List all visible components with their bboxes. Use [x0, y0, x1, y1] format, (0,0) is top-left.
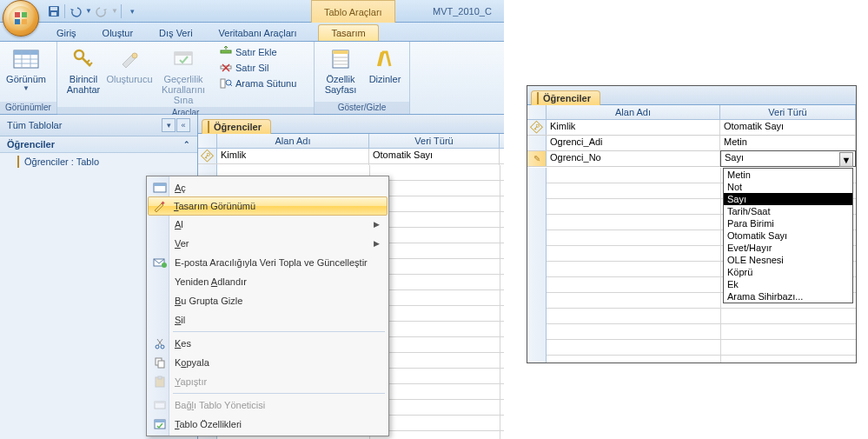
svg-rect-48 [155, 420, 165, 422]
tab-home[interactable]: Giriş [43, 24, 89, 41]
menu-table-properties[interactable]: Tablo Özellikleri [149, 415, 387, 434]
svg-rect-8 [14, 50, 38, 55]
insert-rows-label: Satır Ekle [235, 47, 277, 57]
qat-redo-dropdown-icon[interactable]: ▼ [110, 3, 119, 20]
menu-import[interactable]: Al ▶ [149, 215, 387, 234]
dropdown-option-number[interactable]: Sayı [724, 193, 852, 205]
primary-key-button[interactable]: Birincil Anahtar [61, 43, 106, 96]
nav-dropdown-icon[interactable]: ▾ [162, 118, 176, 132]
group-showhide-label: Göster/Gizle [315, 102, 409, 114]
test-validation-button[interactable]: Geçerlilik Kurallarını Sına [153, 43, 214, 107]
dropdown-option-currency[interactable]: Para Birimi [724, 217, 852, 229]
qat-undo-icon[interactable] [67, 3, 84, 20]
data-type-dropdown[interactable]: Metin Not Sayı Tarih/Saat Para Birimi Ot… [723, 168, 853, 303]
document-tab[interactable]: Öğrenciler [531, 90, 600, 105]
menu-open[interactable]: AAçç [149, 178, 387, 197]
nav-pane-header[interactable]: Tüm Tablolar ▾ « [0, 115, 197, 136]
lookup-column-button[interactable]: Arama Sütunu [217, 76, 298, 91]
col-field-name[interactable]: Alan Adı [217, 134, 369, 148]
nav-collapse-icon[interactable]: « [176, 118, 190, 132]
dropdown-option-yesno[interactable]: Evet/Hayır [724, 242, 852, 254]
svg-rect-20 [221, 50, 231, 53]
email-icon [152, 255, 168, 270]
dropdown-option-attachment[interactable]: Ek [724, 278, 852, 290]
tab-database-tools[interactable]: Veritabanı Araçları [206, 24, 310, 41]
cut-icon [152, 336, 168, 351]
tab-external-data[interactable]: Dış Veri [146, 24, 206, 41]
table-row[interactable]: ⚿ Kimlik Otomatik Sayı [198, 149, 504, 164]
dropdown-option-lookup-wizard[interactable]: Arama Sihirbazı... [724, 290, 852, 303]
menu-copy[interactable]: Kopyala [149, 353, 387, 372]
table-row[interactable]: ⚿ Kimlik Otomatik Sayı [527, 120, 856, 136]
copy-icon [152, 355, 168, 370]
property-sheet-button[interactable]: Özellik Sayfası [318, 43, 363, 96]
design-view-icon [152, 198, 168, 214]
delete-rows-button[interactable]: Satır Sil [217, 60, 298, 76]
submenu-arrow-icon: ▶ [374, 239, 380, 248]
delete-rows-label: Satır Sil [235, 63, 269, 73]
qat-redo-icon[interactable] [93, 3, 110, 20]
col-field-name[interactable]: Alan Adı [547, 105, 720, 119]
menu-design-view-label: Tasarım Görünümü [174, 201, 255, 211]
row-selector-current[interactable]: ✎ [527, 151, 547, 166]
menu-delete[interactable]: Sil [149, 310, 387, 329]
col-data-type[interactable]: Veri Türü [720, 105, 856, 119]
tab-design[interactable]: Tasarım [318, 24, 378, 41]
qat-customize-icon[interactable]: ▾ [123, 3, 141, 20]
row-selector[interactable] [527, 136, 547, 150]
cell-field-name[interactable]: Kimlik [547, 120, 720, 135]
menu-export[interactable]: Ver ▶ [149, 234, 387, 253]
nav-group-header[interactable]: Öğrenciler ⌃ [0, 136, 197, 153]
dropdown-option-hyperlink[interactable]: Köprü [724, 266, 852, 278]
qat-undo-dropdown-icon[interactable]: ▼ [84, 3, 93, 20]
svg-rect-19 [175, 52, 192, 56]
svg-point-36 [162, 263, 167, 268]
col-data-type[interactable]: Veri Türü [369, 134, 500, 148]
row-selector[interactable]: ⚿ [198, 149, 217, 163]
qat-separator [64, 4, 65, 18]
menu-open-label: AAçç [175, 183, 186, 193]
cell-data-type[interactable]: Otomatik Sayı [369, 149, 500, 163]
paste-icon [152, 374, 168, 389]
menu-hide-group[interactable]: Bu Grupta Gizle [149, 291, 387, 310]
builder-button[interactable]: Oluşturucu [107, 43, 152, 86]
insert-row-icon [219, 45, 233, 59]
menu-design-view[interactable]: Tasarım Görünümü [148, 196, 388, 216]
dropdown-option-text[interactable]: Metin [724, 169, 852, 181]
cell-data-type[interactable]: Metin [720, 136, 856, 150]
menu-paste-label: Yapıştır [175, 376, 207, 387]
table-row[interactable]: Ogrenci_Adi Metin [527, 136, 856, 151]
svg-rect-28 [333, 50, 348, 54]
row-selector[interactable]: ⚿ [527, 120, 547, 135]
nav-item-table[interactable]: Öğrenciler : Tablo [0, 153, 197, 170]
open-icon [152, 180, 168, 196]
qat-save-icon[interactable] [45, 3, 63, 20]
cell-field-name[interactable]: Ogrenci_Adi [547, 136, 720, 150]
dropdown-button[interactable]: ▼ [839, 152, 853, 167]
cell-field-name[interactable]: Ogrenci_No [547, 151, 720, 166]
datasheet-view-icon [12, 45, 40, 73]
dropdown-option-autonumber[interactable]: Otomatik Sayı [724, 229, 852, 242]
document-tab[interactable]: Öğrenciler [202, 119, 271, 134]
table-row[interactable]: ✎ Ogrenci_No Sayı [527, 151, 856, 167]
svg-rect-33 [154, 183, 166, 186]
menu-cut[interactable]: Kes [149, 334, 387, 353]
view-button[interactable]: Görünüm ▼ [3, 43, 49, 94]
dropdown-option-datetime[interactable]: Tarih/Saat [724, 205, 852, 217]
nav-pane-title: Tüm Tablolar [7, 120, 62, 130]
validation-icon [169, 45, 197, 73]
menu-collect-email[interactable]: E-posta Aracılığıyla Veri Topla ve Günce… [149, 253, 387, 272]
indexes-button[interactable]: Dizinler [364, 43, 406, 86]
dropdown-option-memo[interactable]: Not [724, 181, 852, 193]
menu-rename[interactable]: Yeniden Adlandır [149, 272, 387, 291]
office-button[interactable] [3, 0, 39, 37]
insert-rows-button[interactable]: Satır Ekle [217, 44, 298, 60]
cell-data-type[interactable]: Otomatik Sayı [720, 120, 856, 135]
office-logo-icon [9, 6, 33, 30]
validation-label: Geçerlilik Kurallarını Sına [158, 74, 209, 105]
tab-create[interactable]: Oluştur [89, 24, 146, 41]
cell-field-name[interactable]: Kimlik [217, 149, 369, 163]
cell-data-type-editing[interactable]: Sayı [720, 150, 856, 167]
dropdown-option-ole[interactable]: OLE Nesnesi [724, 254, 852, 266]
dropdown-arrow-icon: ▼ [23, 84, 30, 92]
